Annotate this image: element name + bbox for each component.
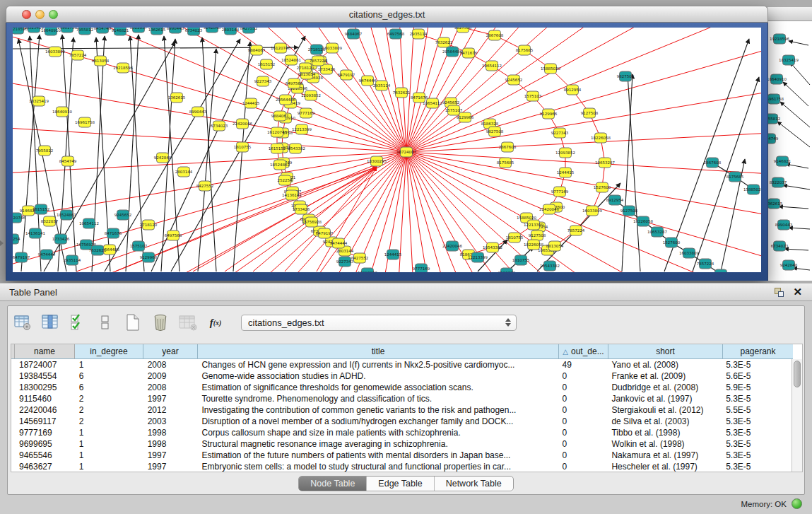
graph-node[interactable]: 18524861 — [281, 55, 301, 65]
float-panel-icon[interactable] — [775, 288, 784, 297]
graph-node[interactable]: 8427552 — [196, 181, 214, 191]
table-cell[interactable]: Estimation of significance thresholds fo… — [198, 382, 558, 393]
graph-node[interactable]: 2803144 — [222, 28, 240, 35]
table-cell[interactable]: Investigating the contribution of common… — [198, 404, 558, 416]
graph-node[interactable]: 9827508 — [617, 71, 635, 81]
table-cell[interactable]: 0 — [558, 438, 608, 450]
background-network-window[interactable]: 1921859618325419186409101696175879558128… — [767, 7, 812, 281]
graph-node[interactable]: 18226058 — [633, 216, 653, 226]
table-cell[interactable]: 9699695 — [15, 438, 75, 450]
table-cell[interactable]: 1 — [75, 438, 143, 450]
table-cell[interactable]: 0 — [558, 416, 608, 427]
graph-node[interactable]: 15885020 — [541, 64, 560, 74]
graph-node[interactable]: 9884067 — [248, 45, 266, 55]
table-cell[interactable]: 1997 — [143, 393, 198, 404]
scrollbar-thumb[interactable] — [794, 361, 801, 387]
graph-node[interactable]: 16961758 — [75, 117, 95, 127]
row-height-icon[interactable] — [96, 313, 114, 332]
table-cell[interactable]: Estimation of the future numbers of pati… — [198, 450, 558, 461]
column-header-title[interactable]: title — [198, 344, 559, 359]
graph-node[interactable]: 10653287 — [595, 158, 615, 168]
table-cell[interactable]: 0 — [558, 461, 608, 472]
table-cell[interactable]: 1 — [75, 461, 143, 472]
table-cell[interactable]: Genome-wide association studies in ADHD. — [198, 370, 558, 382]
graph-node[interactable]: 12093852 — [358, 268, 377, 272]
graph-node[interactable]: 1244415 — [384, 250, 402, 259]
table-cell[interactable]: 2009 — [143, 370, 198, 382]
column-header-year[interactable]: year — [143, 344, 198, 359]
graph-node[interactable]: 8186328 — [498, 268, 516, 272]
table-cell[interactable]: Yano et al. (2008) — [607, 359, 722, 370]
graph-node[interactable]: 1575107 — [524, 91, 542, 101]
graph-node[interactable]: 6734023 — [211, 121, 228, 131]
column-header-short[interactable]: short — [608, 344, 723, 359]
graph-node[interactable]: 9245652 — [505, 75, 523, 85]
table-cell[interactable]: 22420046 — [15, 404, 75, 416]
graph-node[interactable]: 8454749 — [94, 28, 112, 33]
table-cell[interactable]: 2012 — [143, 404, 198, 416]
graph-node[interactable]: 8454749 — [767, 134, 779, 144]
graph-node[interactable]: 9777169 — [413, 264, 430, 272]
table-cell[interactable]: 2 — [75, 393, 143, 404]
graph-node[interactable]: 1244415 — [242, 98, 260, 108]
graph-node[interactable]: 8813054 — [546, 241, 564, 251]
graph-node[interactable]: 8912954 — [606, 195, 624, 205]
table-cell[interactable]: 0 — [558, 370, 608, 382]
column-header-name[interactable]: name — [15, 344, 75, 359]
table-cell[interactable]: 5.3E-5 — [722, 359, 792, 370]
graph-node[interactable]: 10653287 — [647, 227, 667, 237]
graph-node[interactable]: 16033809 — [679, 248, 699, 258]
table-row[interactable]: 2242004622012Investigating the contribut… — [11, 404, 792, 416]
show-column-icon[interactable] — [41, 313, 59, 332]
graph-node[interactable]: 9129966 — [140, 252, 158, 262]
graph-node[interactable]: 22420046 — [233, 119, 252, 129]
graph-node[interactable]: 14136141 — [25, 228, 45, 238]
table-row[interactable]: 1456911722003Disruption of a novel membe… — [11, 416, 792, 427]
graph-node[interactable]: 1733426 — [52, 234, 70, 244]
table-cell[interactable]: 5.3E-5 — [722, 461, 792, 472]
table-cell[interactable]: Tibbo et al. (1998) — [607, 427, 722, 438]
table-mode-icon[interactable] — [13, 313, 32, 332]
table-cell[interactable]: 9777169 — [15, 427, 75, 438]
graph-node[interactable]: 12093852 — [555, 148, 575, 158]
create-column-icon[interactable] — [124, 313, 142, 332]
graph-node[interactable]: 2935114 — [64, 255, 81, 265]
graph-node[interactable]: 8175685 — [516, 45, 534, 55]
graph-node[interactable]: 2935114 — [410, 29, 428, 39]
table-row[interactable]: 911546021997Tourette syndrome. Phenomeno… — [11, 393, 792, 404]
graph-node[interactable]: 16033809 — [45, 47, 65, 57]
graph-node[interactable]: 9146821 — [774, 156, 792, 166]
column-header-out-degree[interactable]: △out_de... — [559, 344, 608, 359]
table-source-dropdown[interactable]: citations_edges.txt — [241, 315, 517, 331]
table-cell[interactable]: Disruption of a novel member of a sodium… — [198, 416, 558, 427]
graph-node[interactable]: 2867608 — [499, 142, 517, 152]
graph-node[interactable]: 6734023 — [185, 28, 203, 35]
tab-edge-table[interactable]: Edge Table — [367, 477, 434, 491]
graph-node[interactable]: 1615152 — [258, 59, 276, 69]
graph-node[interactable]: 1244415 — [557, 168, 575, 177]
column-header-pagerank[interactable]: pagerank — [723, 344, 793, 359]
table-cell[interactable]: 0 — [558, 427, 608, 438]
graph-node[interactable]: 8471676 — [105, 228, 122, 238]
table-cell[interactable]: 1 — [75, 359, 143, 370]
table-cell[interactable]: 2 — [75, 404, 143, 416]
graph-node[interactable]: 8175685 — [497, 158, 514, 168]
graph-node[interactable]: 1810755 — [234, 142, 252, 152]
graph-node[interactable]: 7955812 — [36, 146, 54, 156]
table-cell[interactable]: Dudbridge et al. (2008) — [607, 382, 722, 393]
table-scrollbar[interactable] — [792, 359, 802, 472]
graph-node[interactable]: 6497568 — [165, 230, 182, 240]
graph-node[interactable]: 9227343 — [254, 76, 272, 86]
graph-node[interactable]: 1362615 — [148, 28, 166, 35]
table-cell[interactable]: Wolkin et al. (1998) — [607, 438, 722, 450]
graph-node[interactable]: 252254 — [13, 234, 20, 244]
graph-node[interactable]: 16120746 — [271, 43, 290, 53]
table-cell[interactable]: 0 — [558, 393, 608, 404]
table-cell[interactable]: 9115460 — [15, 393, 75, 404]
graph-node[interactable]: 9129966 — [457, 112, 474, 122]
graph-node[interactable]: 7857224 — [697, 259, 714, 269]
graph-node[interactable]: 1575107 — [130, 241, 148, 251]
table-cell[interactable]: 2 — [75, 416, 143, 427]
table-cell[interactable]: Jankovic et al. (1997) — [607, 393, 722, 404]
graph-node[interactable]: 9242848 — [780, 260, 798, 270]
